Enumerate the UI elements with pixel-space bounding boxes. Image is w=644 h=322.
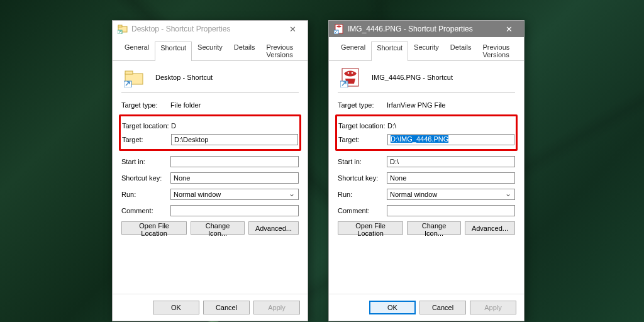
target-location-row-clipped: Target location: D:\ (338, 119, 514, 133)
shortcut-key-label: Shortcut key: (121, 174, 170, 182)
comment-input[interactable] (387, 205, 515, 216)
svg-point-10 (352, 72, 353, 74)
target-label: Target: (338, 136, 387, 143)
window-title: IMG_4446.PNG - Shortcut Properties (348, 25, 496, 33)
target-type-label: Target type: (338, 101, 387, 109)
target-type-row: Target type: IrfanView PNG File (338, 98, 515, 112)
header-row: IMG_4446.PNG - Shortcut (338, 67, 515, 93)
open-file-location-button[interactable]: Open File Location (338, 221, 403, 235)
run-select[interactable] (170, 189, 299, 200)
target-location-label: Target location: (338, 122, 387, 130)
run-label: Run: (121, 191, 170, 198)
run-select-value[interactable] (170, 189, 299, 200)
tab-strip: General Shortcut Security Details Previo… (329, 37, 524, 61)
close-button[interactable]: ✕ (496, 21, 521, 36)
properties-window-desktop: Desktop - Shortcut Properties ✕ General … (112, 20, 308, 321)
target-input[interactable] (171, 134, 298, 145)
target-highlight-box: Target location: D Target: (119, 114, 301, 151)
target-row: Target: D:\IMG_4446.PNG (338, 133, 514, 147)
advanced-button[interactable]: Advanced... (248, 221, 299, 235)
tab-strip: General Shortcut Security Details Previo… (113, 37, 308, 61)
run-row: Run: (338, 187, 515, 201)
advanced-button[interactable]: Advanced... (465, 221, 515, 235)
window-title: Desktop - Shortcut Properties (131, 25, 280, 33)
close-button[interactable]: ✕ (280, 21, 305, 36)
start-in-label: Start in: (121, 158, 170, 165)
tab-pane: Desktop - Shortcut Target type: File fol… (113, 61, 308, 237)
open-file-location-button[interactable]: Open File Location (121, 221, 187, 235)
dialog-footer: OK Cancel Apply (329, 294, 524, 321)
png-shortcut-icon (334, 24, 344, 34)
folder-icon (124, 67, 144, 87)
svg-rect-4 (125, 71, 133, 74)
titlebar[interactable]: Desktop - Shortcut Properties ✕ (113, 21, 308, 37)
shortcut-name: Desktop - Shortcut (155, 74, 213, 81)
comment-row: Comment: (121, 204, 299, 218)
apply-button[interactable]: Apply (470, 301, 516, 314)
ok-button[interactable]: OK (153, 301, 199, 314)
target-location-row-clipped: Target location: D (122, 119, 298, 133)
target-highlight-box: Target location: D:\ Target: D:\IMG_4446… (335, 114, 518, 151)
action-button-row: Open File Location Change Icon... Advanc… (121, 221, 299, 235)
start-in-row: Start in: (338, 155, 515, 169)
start-in-row: Start in: (121, 155, 299, 169)
target-location-label: Target location: (122, 122, 171, 130)
folder-shortcut-icon (118, 24, 128, 34)
header-row: Desktop - Shortcut (121, 67, 299, 93)
comment-row: Comment: (338, 204, 515, 218)
start-in-label: Start in: (338, 158, 387, 165)
titlebar[interactable]: IMG_4446.PNG - Shortcut Properties ✕ (329, 21, 524, 37)
comment-label: Comment: (121, 207, 170, 214)
comment-input[interactable] (170, 205, 299, 216)
shortcut-key-row: Shortcut key: (338, 171, 515, 185)
dialog-footer: OK Cancel Apply (113, 294, 308, 321)
shortcut-key-row: Shortcut key: (121, 171, 299, 185)
apply-button[interactable]: Apply (253, 301, 300, 314)
run-select-value[interactable] (387, 189, 515, 200)
properties-window-img4446: IMG_4446.PNG - Shortcut Properties ✕ Gen… (328, 20, 525, 321)
comment-label: Comment: (338, 207, 387, 214)
target-type-row: Target type: File folder (121, 98, 299, 112)
start-in-input[interactable] (387, 156, 515, 167)
tab-previous-versions[interactable]: Previous Versions (260, 41, 304, 60)
action-button-row: Open File Location Change Icon... Advanc… (338, 221, 515, 235)
irfanview-png-icon (340, 67, 360, 87)
run-label: Run: (338, 191, 387, 198)
change-icon-button[interactable]: Change Icon... (191, 221, 245, 235)
tab-shortcut[interactable]: Shortcut (371, 42, 408, 61)
svg-rect-1 (118, 25, 122, 27)
target-input-selected-text: D:\IMG_4446.PNG (391, 135, 448, 143)
run-select[interactable] (387, 189, 515, 200)
shortcut-key-input[interactable] (387, 172, 515, 184)
target-type-value: File folder (170, 101, 299, 109)
tab-details[interactable]: Details (445, 41, 477, 60)
target-location-value: D (171, 122, 298, 130)
target-label: Target: (122, 136, 171, 143)
target-input[interactable]: D:\IMG_4446.PNG (387, 134, 514, 145)
tab-general[interactable]: General (119, 41, 155, 60)
cancel-button[interactable]: Cancel (419, 301, 466, 314)
tab-shortcut[interactable]: Shortcut (155, 42, 192, 61)
desktop-background: Desktop - Shortcut Properties ✕ General … (0, 0, 644, 322)
tab-details[interactable]: Details (228, 41, 261, 60)
change-icon-button[interactable]: Change Icon... (407, 221, 461, 235)
cancel-button[interactable]: Cancel (203, 301, 250, 314)
tab-security[interactable]: Security (192, 41, 228, 60)
target-location-value: D:\ (387, 122, 514, 130)
target-type-label: Target type: (121, 101, 170, 109)
tab-previous-versions[interactable]: Previous Versions (477, 41, 520, 60)
tab-general[interactable]: General (335, 41, 371, 60)
target-type-value: IrfanView PNG File (387, 101, 515, 109)
svg-point-9 (348, 72, 350, 74)
run-row: Run: (121, 187, 299, 201)
target-row: Target: (122, 133, 298, 147)
tab-pane: IMG_4446.PNG - Shortcut Target type: Irf… (329, 61, 524, 237)
tab-security[interactable]: Security (408, 41, 445, 60)
shortcut-key-label: Shortcut key: (338, 174, 387, 182)
shortcut-key-input[interactable] (170, 172, 299, 184)
start-in-input[interactable] (170, 156, 299, 167)
ok-button[interactable]: OK (369, 301, 416, 314)
shortcut-name: IMG_4446.PNG - Shortcut (372, 74, 453, 81)
